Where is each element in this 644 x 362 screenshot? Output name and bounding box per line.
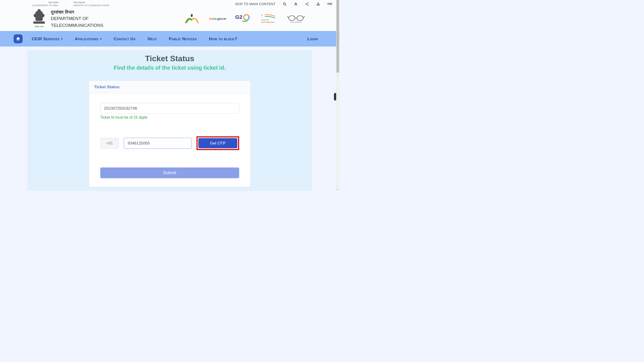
scrollbar[interactable]: ▾	[336, 0, 340, 191]
content-area: Ticket Status Find the details of the ti…	[27, 50, 312, 191]
ministry-eng: MINISTRY OF COMMUNICATIONS	[74, 4, 109, 6]
side-tab[interactable]	[334, 93, 336, 100]
ticket-id-input[interactable]	[100, 103, 239, 114]
scroll-down-icon[interactable]: ▾	[337, 188, 338, 190]
ticket-hint: Ticket Id must be of 15 digits	[100, 115, 239, 120]
nav-ceir-services[interactable]: CEIR Services ▾	[29, 36, 66, 41]
svg-text:सत्यमेव जयते: सत्यमेव जयते	[34, 26, 43, 28]
svg-point-30	[288, 16, 295, 20]
nav-public-notices[interactable]: Public Notices	[166, 36, 200, 41]
dept-hindi: दूरसंचार विभाग	[51, 10, 103, 14]
dept-eng-1: DEPARTMENT OF	[51, 16, 103, 22]
g20-logo[interactable]: G2	[235, 13, 252, 25]
nav-how-to-block[interactable]: How to block?	[206, 36, 240, 41]
svg-point-17	[37, 9, 41, 13]
share-icon[interactable]	[302, 1, 311, 7]
sitemap-icon[interactable]	[314, 1, 322, 7]
get-otp-highlight: Get OTP	[196, 136, 239, 150]
svg-text:Amrit Mahotsav: Amrit Mahotsav	[261, 21, 275, 23]
card-header: Ticket Status	[89, 81, 250, 93]
svg-rect-22	[191, 14, 192, 17]
svg-line-5	[306, 3, 308, 4]
gov-eng: GOVERNMENT OF INDIA	[32, 4, 58, 6]
chevron-down-icon: ▾	[100, 37, 102, 40]
skip-main-content[interactable]: SKIP TO MAIN CONTENT	[233, 1, 278, 7]
svg-text:7: 7	[261, 14, 263, 17]
glasses-logo[interactable]: एक कदम स्वच्छता की ओर	[288, 13, 305, 25]
svg-point-18	[34, 14, 37, 17]
dept-eng-2: TELECOMMUNICATIONS	[51, 22, 103, 28]
svg-rect-8	[316, 5, 317, 6]
gov-hindi: भारत सरकार	[32, 2, 58, 4]
page-subtitle: Find the details of the ticket using tic…	[114, 65, 226, 71]
ticket-status-card: Ticket Status Ticket Id must be of 15 di…	[89, 81, 250, 187]
nav-login[interactable]: Login	[304, 36, 321, 41]
svg-point-31	[297, 16, 304, 20]
home-button[interactable]	[14, 34, 22, 43]
search-icon[interactable]	[280, 1, 289, 7]
svg-text:एक कदम स्वच्छता की ओर: एक कदम स्वच्छता की ओर	[290, 22, 302, 23]
svg-text:india.gov.in: india.gov.in	[209, 17, 226, 20]
main-nav: CEIR Services ▾ Applications ▾ Contact U…	[0, 31, 340, 46]
phone-prefix	[100, 138, 119, 148]
svg-line-1	[285, 4, 286, 6]
svg-rect-7	[318, 2, 319, 3]
svg-point-0	[283, 2, 285, 5]
india-gov-logo[interactable]: india.gov.in	[209, 13, 227, 25]
svg-rect-10	[319, 5, 320, 6]
azadi-mahotsav-logo[interactable]: 7Azadi KaAmrit Mahotsav	[261, 13, 279, 25]
nav-contact-us[interactable]: Contact Us	[111, 36, 138, 41]
svg-line-6	[306, 4, 308, 5]
svg-rect-9	[318, 5, 318, 6]
svg-text:Azadi Ka: Azadi Ka	[261, 18, 269, 21]
ministry-hindi: संचार मंत्रालय	[74, 2, 109, 4]
top-utility-bar: भारत सरकार GOVERNMENT OF INDIA संचार मंत…	[0, 0, 340, 8]
svg-text:G2: G2	[235, 14, 242, 20]
header: सत्यमेव जयते दूरसंचार विभाग DEPARTMENT O…	[0, 8, 340, 31]
get-otp-button[interactable]: Get OTP	[198, 138, 238, 148]
scrollbar-thumb[interactable]	[336, 0, 339, 72]
phone-number-input[interactable]	[124, 138, 192, 148]
svg-rect-20	[34, 22, 45, 24]
submit-button[interactable]: Submit	[100, 167, 239, 178]
sanchar-saathi-logo[interactable]	[183, 13, 200, 25]
font-size-icon[interactable]: A	[292, 1, 300, 7]
svg-point-19	[41, 14, 44, 17]
card-title: Ticket Status	[94, 84, 245, 89]
nav-help[interactable]: Help	[145, 36, 160, 41]
nav-applications[interactable]: Applications ▾	[72, 36, 104, 41]
page-title: Ticket Status	[145, 54, 194, 63]
india-emblem-icon: सत्यमेव जयते	[32, 9, 46, 29]
language-selector[interactable]: भाषा	[325, 1, 334, 7]
chevron-down-icon: ▾	[61, 37, 62, 40]
